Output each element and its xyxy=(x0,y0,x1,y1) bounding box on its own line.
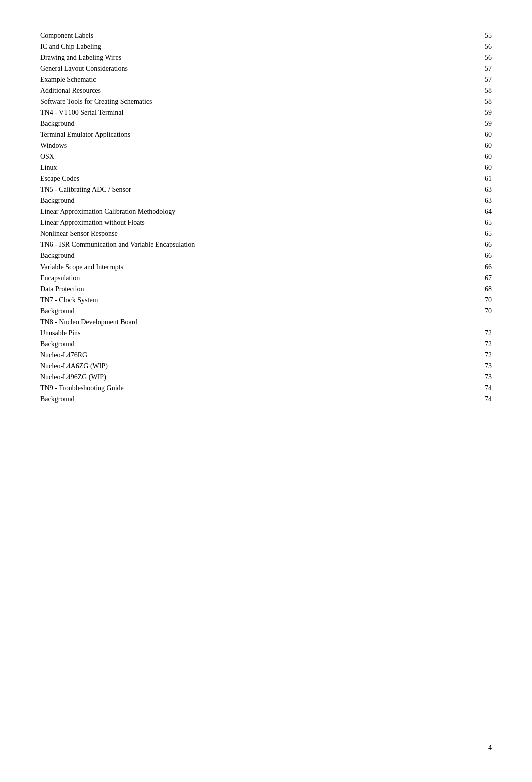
toc-row: Nucleo-L496ZG (WIP)73 xyxy=(40,372,492,383)
toc-entry-label: Background xyxy=(40,306,472,317)
toc-entry-page: 61 xyxy=(472,173,492,184)
toc-row: Nonlinear Sensor Response65 xyxy=(40,228,492,239)
toc-row: Example Schematic57 xyxy=(40,74,492,85)
toc-entry-page: 66 xyxy=(472,262,492,273)
toc-entry-label: Software Tools for Creating Schematics xyxy=(40,96,472,107)
toc-entry-page: 70 xyxy=(472,295,492,306)
toc-entry-label: OSX xyxy=(40,151,472,162)
toc-entry-page: 72 xyxy=(472,339,492,350)
toc-entry-label: IC and Chip Labeling xyxy=(40,41,472,52)
toc-entry-label: Nucleo-L4A6ZG (WIP) xyxy=(40,361,472,372)
toc-row: Background72 xyxy=(40,339,492,350)
toc-entry-label: Linux xyxy=(40,162,472,173)
toc-entry-label: Background xyxy=(40,118,472,129)
toc-entry-label: Linear Approximation Calibration Methodo… xyxy=(40,206,472,217)
toc-row: TN4 - VT100 Serial Terminal59 xyxy=(40,107,492,118)
toc-entry-label: Unusable Pins xyxy=(40,328,472,339)
toc-row: Data Protection68 xyxy=(40,284,492,295)
toc-row: OSX60 xyxy=(40,151,492,162)
toc-entry-label: Nucleo-L476RG xyxy=(40,350,472,361)
toc-row: Additional Resources58 xyxy=(40,85,492,96)
toc-entry-page: 57 xyxy=(472,74,492,85)
toc-entry-page: 60 xyxy=(472,162,492,173)
toc-entry-label: TN4 - VT100 Serial Terminal xyxy=(40,107,472,118)
toc-entry-page: 63 xyxy=(472,195,492,206)
toc-entry-page: 59 xyxy=(472,107,492,118)
toc-entry-label: Escape Codes xyxy=(40,173,472,184)
toc-entry-label: Windows xyxy=(40,140,472,151)
toc-entry-page: 67 xyxy=(472,273,492,284)
toc-entry-label: Linear Approximation without Floats xyxy=(40,217,472,228)
toc-entry-label: Background xyxy=(40,339,472,350)
page-number-footer: 4 xyxy=(488,744,492,752)
toc-entry-label: TN5 - Calibrating ADC / Sensor xyxy=(40,184,472,195)
toc-entry-page: 58 xyxy=(472,96,492,107)
toc-entry-page: 66 xyxy=(472,250,492,262)
toc-row: Escape Codes61 xyxy=(40,173,492,184)
toc-row: Variable Scope and Interrupts66 xyxy=(40,262,492,273)
toc-row: Background70 xyxy=(40,306,492,317)
toc-row: Component Labels55 xyxy=(40,30,492,41)
toc-row: Linear Approximation Calibration Methodo… xyxy=(40,206,492,217)
toc-row: TN5 - Calibrating ADC / Sensor63 xyxy=(40,184,492,195)
toc-row: Linux60 xyxy=(40,162,492,173)
toc-row: Background63 xyxy=(40,195,492,206)
toc-entry-page: 60 xyxy=(472,151,492,162)
toc-entry-label: Nucleo-L496ZG (WIP) xyxy=(40,372,472,383)
toc-entry-page: 56 xyxy=(472,52,492,63)
toc-row: TN9 - Troubleshooting Guide74 xyxy=(40,383,492,394)
toc-entry-page: 58 xyxy=(472,85,492,96)
toc-row: TN8 - Nucleo Development Board xyxy=(40,317,492,328)
toc-entry-label: Background xyxy=(40,250,472,262)
toc-entry-page: 66 xyxy=(472,239,492,250)
toc-entry-page: 60 xyxy=(472,129,492,140)
toc-row: Background59 xyxy=(40,118,492,129)
toc-entry-label: TN9 - Troubleshooting Guide xyxy=(40,383,472,394)
toc-row: Nucleo-L476RG72 xyxy=(40,350,492,361)
toc-entry-page: 55 xyxy=(472,30,492,41)
toc-row: Linear Approximation without Floats65 xyxy=(40,217,492,228)
page: Component Labels55IC and Chip Labeling56… xyxy=(0,0,532,782)
toc-entry-page: 65 xyxy=(472,217,492,228)
toc-entry-label: TN7 - Clock System xyxy=(40,295,472,306)
toc-entry-label: Nonlinear Sensor Response xyxy=(40,228,472,239)
toc-table: Component Labels55IC and Chip Labeling56… xyxy=(40,30,492,405)
toc-entry-page: 59 xyxy=(472,118,492,129)
toc-entry-page: 72 xyxy=(472,350,492,361)
page-number: 4 xyxy=(488,744,492,751)
toc-row: Software Tools for Creating Schematics58 xyxy=(40,96,492,107)
toc-row: IC and Chip Labeling56 xyxy=(40,41,492,52)
toc-entry-page: 64 xyxy=(472,206,492,217)
toc-entry-label: Additional Resources xyxy=(40,85,472,96)
toc-row: TN6 - ISR Communication and Variable Enc… xyxy=(40,239,492,250)
toc-row: Windows60 xyxy=(40,140,492,151)
toc-row: Terminal Emulator Applications60 xyxy=(40,129,492,140)
toc-entry-page: 73 xyxy=(472,372,492,383)
toc-entry-label: Example Schematic xyxy=(40,74,472,85)
toc-entry-label: Background xyxy=(40,195,472,206)
toc-entry-page: 56 xyxy=(472,41,492,52)
toc-row: Background74 xyxy=(40,394,492,405)
toc-entry-label: Terminal Emulator Applications xyxy=(40,129,472,140)
toc-row: Nucleo-L4A6ZG (WIP)73 xyxy=(40,361,492,372)
toc-row: General Layout Considerations57 xyxy=(40,63,492,74)
toc-entry-page: 73 xyxy=(472,361,492,372)
toc-entry-label: Encapsulation xyxy=(40,273,472,284)
toc-entry-label: Variable Scope and Interrupts xyxy=(40,262,472,273)
toc-entry-label: Background xyxy=(40,394,472,405)
toc-entry-page: 72 xyxy=(472,328,492,339)
toc-entry-page: 74 xyxy=(472,394,492,405)
toc-entry-label: General Layout Considerations xyxy=(40,63,472,74)
toc-entry-page: 60 xyxy=(472,140,492,151)
toc-entry-page: 70 xyxy=(472,306,492,317)
toc-entry-page: 57 xyxy=(472,63,492,74)
toc-entry-page: 68 xyxy=(472,284,492,295)
toc-entry-page xyxy=(472,317,492,328)
toc-row: TN7 - Clock System70 xyxy=(40,295,492,306)
toc-row: Drawing and Labeling Wires56 xyxy=(40,52,492,63)
toc-entry-page: 65 xyxy=(472,228,492,239)
toc-entry-page: 74 xyxy=(472,383,492,394)
toc-entry-label: TN6 - ISR Communication and Variable Enc… xyxy=(40,239,472,250)
toc-entry-label: Component Labels xyxy=(40,30,472,41)
toc-entry-page: 63 xyxy=(472,184,492,195)
